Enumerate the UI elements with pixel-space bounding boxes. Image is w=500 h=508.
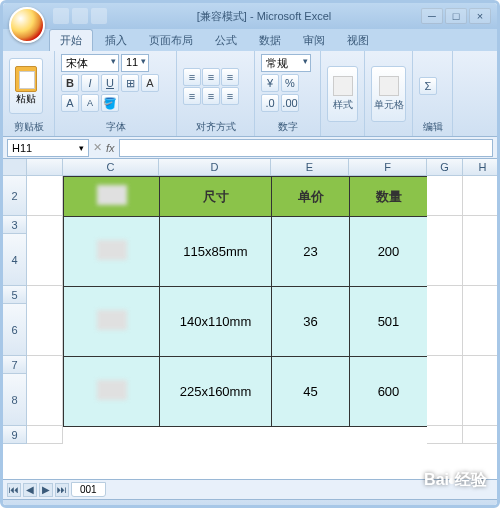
close-button[interactable]: ×	[469, 8, 491, 24]
statusbar	[3, 499, 497, 508]
office-button[interactable]	[9, 7, 45, 43]
cell-size[interactable]: 225x160mm	[160, 357, 272, 427]
header-size[interactable]: 尺寸	[160, 177, 272, 217]
tab-insert[interactable]: 插入	[95, 30, 137, 51]
row-image-placeholder	[97, 380, 127, 400]
styles-button[interactable]: 样式	[327, 66, 358, 122]
tab-page-layout[interactable]: 页面布局	[139, 30, 203, 51]
row-header-2[interactable]: 2	[3, 176, 27, 216]
align-bottom-button[interactable]: ≡	[221, 68, 239, 86]
col-header-g[interactable]: G	[427, 159, 463, 176]
row-header-7[interactable]: 7	[3, 356, 27, 374]
ribbon-tabs: 开始 插入 页面布局 公式 数据 审阅 视图	[3, 29, 497, 51]
row-header-8[interactable]: 8	[3, 374, 27, 426]
tab-nav-first[interactable]: ⏮	[7, 483, 21, 497]
tab-nav-prev[interactable]: ◀	[23, 483, 37, 497]
group-font-label: 字体	[61, 120, 170, 134]
formula-bar: H11 ✕ fx	[3, 137, 497, 159]
tab-view[interactable]: 视图	[337, 30, 379, 51]
formula-input[interactable]	[119, 139, 493, 157]
shrink-font-button[interactable]: A	[81, 94, 99, 112]
quick-access-toolbar	[53, 8, 107, 24]
number-format-combo[interactable]: 常规	[261, 54, 311, 72]
align-right-button[interactable]: ≡	[221, 87, 239, 105]
font-size-combo[interactable]: 11	[121, 54, 149, 72]
cancel-icon[interactable]: ✕	[93, 141, 102, 154]
qat-save-icon[interactable]	[53, 8, 69, 24]
tab-formulas[interactable]: 公式	[205, 30, 247, 51]
cell-size[interactable]: 115x85mm	[160, 217, 272, 287]
col-header-d[interactable]: D	[159, 159, 271, 176]
row-image-placeholder	[97, 310, 127, 330]
qat-undo-icon[interactable]	[72, 8, 88, 24]
fill-color-button[interactable]: 🪣	[101, 94, 119, 112]
minimize-button[interactable]: ─	[421, 8, 443, 24]
row-image-placeholder	[97, 240, 127, 260]
col-header-e[interactable]: E	[271, 159, 349, 176]
header-image-placeholder	[97, 185, 127, 205]
cell-qty[interactable]: 600	[350, 357, 428, 427]
select-all-corner[interactable]	[3, 159, 27, 176]
align-left-button[interactable]: ≡	[183, 87, 201, 105]
increase-decimal-button[interactable]: .0	[261, 94, 279, 112]
row-header-5[interactable]: 5	[3, 286, 27, 304]
underline-button[interactable]: U	[101, 74, 119, 92]
maximize-button[interactable]: □	[445, 8, 467, 24]
font-color-button[interactable]: A	[141, 74, 159, 92]
col-header-c[interactable]: C	[63, 159, 159, 176]
col-header-h[interactable]: H	[463, 159, 497, 176]
group-number-label: 数字	[261, 120, 314, 134]
autosum-button[interactable]: Σ	[419, 77, 437, 95]
fx-button[interactable]: fx	[106, 142, 115, 154]
tab-nav-next[interactable]: ▶	[39, 483, 53, 497]
name-box[interactable]: H11	[7, 139, 89, 157]
group-clipboard-label: 剪贴板	[9, 120, 48, 134]
grow-font-button[interactable]: A	[61, 94, 79, 112]
sheet-tab[interactable]: 001	[71, 482, 106, 497]
row-header-3[interactable]: 3	[3, 216, 27, 234]
paste-label: 粘贴	[16, 92, 36, 106]
window-title: [兼容模式] - Microsoft Excel	[107, 9, 421, 24]
header-qty[interactable]: 数量	[350, 177, 428, 217]
data-table: 尺寸 单价 数量 115x85mm 23 200 140x110mm 36 50…	[63, 176, 428, 427]
worksheet[interactable]: C D E F G H 2 3 4 5 6 7 8 9	[3, 159, 497, 479]
align-top-button[interactable]: ≡	[183, 68, 201, 86]
bold-button[interactable]: B	[61, 74, 79, 92]
decrease-decimal-button[interactable]: .00	[281, 94, 299, 112]
styles-icon	[333, 76, 353, 96]
cell-price[interactable]: 23	[272, 217, 350, 287]
italic-button[interactable]: I	[81, 74, 99, 92]
titlebar: [兼容模式] - Microsoft Excel ─ □ ×	[3, 3, 497, 29]
group-alignment-label: 对齐方式	[183, 120, 248, 134]
tab-review[interactable]: 审阅	[293, 30, 335, 51]
cell-qty[interactable]: 200	[350, 217, 428, 287]
watermark: Bai经验	[424, 470, 487, 491]
cell-size[interactable]: 140x110mm	[160, 287, 272, 357]
row-header-9[interactable]: 9	[3, 426, 27, 444]
sheet-tabs-bar: ⏮ ◀ ▶ ⏭ 001	[3, 479, 497, 499]
cell-price[interactable]: 36	[272, 287, 350, 357]
header-price[interactable]: 单价	[272, 177, 350, 217]
tab-data[interactable]: 数据	[249, 30, 291, 51]
cell-price[interactable]: 45	[272, 357, 350, 427]
row-header-4[interactable]: 4	[3, 234, 27, 286]
paste-icon	[15, 66, 37, 92]
cells-icon	[379, 76, 399, 96]
currency-button[interactable]: ¥	[261, 74, 279, 92]
border-button[interactable]: ⊞	[121, 74, 139, 92]
col-header-f[interactable]: F	[349, 159, 427, 176]
cells-button[interactable]: 单元格	[371, 66, 406, 122]
font-name-combo[interactable]: 宋体	[61, 54, 119, 72]
col-header[interactable]	[27, 159, 63, 176]
tab-home[interactable]: 开始	[49, 29, 93, 51]
row-header-6[interactable]: 6	[3, 304, 27, 356]
align-center-button[interactable]: ≡	[202, 87, 220, 105]
paste-button[interactable]: 粘贴	[9, 58, 43, 114]
ribbon: 粘贴 剪贴板 宋体 11 B I U ⊞ A A A 🪣 字体	[3, 51, 497, 137]
tab-nav-last[interactable]: ⏭	[55, 483, 69, 497]
cell-qty[interactable]: 501	[350, 287, 428, 357]
percent-button[interactable]: %	[281, 74, 299, 92]
group-edit-label: 编辑	[419, 120, 446, 134]
qat-redo-icon[interactable]	[91, 8, 107, 24]
align-middle-button[interactable]: ≡	[202, 68, 220, 86]
